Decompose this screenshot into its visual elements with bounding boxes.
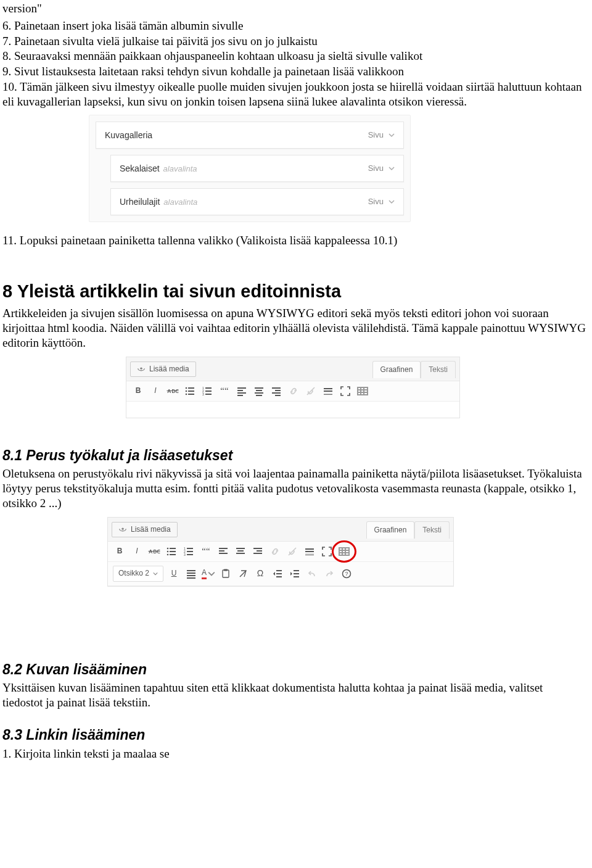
svg-rect-60 <box>187 577 195 579</box>
menu-item-row[interactable]: Urheilulajit alavalinta Sivu <box>110 188 404 215</box>
text-fragment: version" <box>2 1 586 16</box>
menu-item-row[interactable]: Sekalaiset alavalinta Sivu <box>110 155 404 182</box>
svg-text:3: 3 <box>202 392 204 396</box>
align-center-button[interactable] <box>234 545 247 558</box>
strike-button[interactable]: ᴀʙᴄ <box>147 545 161 558</box>
svg-rect-18 <box>256 390 262 391</box>
svg-rect-26 <box>324 388 332 389</box>
svg-rect-40 <box>187 551 193 552</box>
quote-button[interactable]: ““ <box>199 545 213 558</box>
list-item: 1. Kirjoita linkin teksti ja maalaa se <box>2 746 586 761</box>
svg-point-35 <box>167 553 169 555</box>
svg-rect-10 <box>205 391 212 392</box>
help-button[interactable]: ? <box>340 568 353 580</box>
bold-button[interactable]: B <box>131 385 145 397</box>
toolbar-toggle-button[interactable] <box>337 545 351 558</box>
unlink-button[interactable] <box>286 545 299 558</box>
format-select[interactable]: Otsikko 2 <box>113 566 163 582</box>
svg-rect-63 <box>276 570 282 571</box>
menu-item-type[interactable]: Sivu <box>368 130 395 140</box>
editor-canvas[interactable] <box>126 402 459 418</box>
strike-button[interactable]: ᴀʙᴄ <box>166 385 179 397</box>
svg-rect-50 <box>257 550 262 552</box>
type-label: Sivu <box>368 163 384 173</box>
tab-text[interactable]: Teksti <box>414 521 450 539</box>
unlink-button[interactable] <box>304 385 318 397</box>
menu-item-type[interactable]: Sivu <box>368 163 395 173</box>
special-char-button[interactable]: Ω <box>253 568 267 580</box>
svg-rect-28 <box>324 394 332 395</box>
toolbar-toggle-button[interactable] <box>356 385 369 397</box>
svg-rect-12 <box>205 394 212 395</box>
add-media-label: Lisää media <box>131 525 171 534</box>
italic-button[interactable]: I <box>130 545 144 558</box>
svg-rect-46 <box>236 548 245 549</box>
underline-button[interactable]: U <box>167 568 181 580</box>
svg-point-0 <box>140 367 142 370</box>
bold-button[interactable]: B <box>113 545 126 558</box>
tab-visual[interactable]: Graafinen <box>372 361 421 378</box>
editor-toolbar-row2: Otsikko 2 U A Ω ? <box>108 562 453 586</box>
svg-rect-55 <box>305 553 314 554</box>
indent-button[interactable] <box>288 568 302 580</box>
more-button[interactable] <box>303 545 316 558</box>
justify-button[interactable] <box>184 568 198 580</box>
menu-item-row[interactable]: Kuvagalleria Sivu <box>96 122 404 149</box>
svg-rect-64 <box>276 573 282 574</box>
add-media-button[interactable]: Lisää media <box>130 362 196 377</box>
align-left-button[interactable] <box>216 545 230 558</box>
svg-rect-21 <box>272 387 281 389</box>
add-media-button[interactable]: Lisää media <box>112 522 178 537</box>
svg-rect-24 <box>275 395 281 396</box>
ul-button[interactable] <box>183 385 197 397</box>
svg-rect-56 <box>305 555 314 555</box>
align-right-button[interactable] <box>269 385 283 397</box>
svg-rect-53 <box>305 548 314 550</box>
svg-rect-22 <box>275 390 281 391</box>
more-button[interactable] <box>321 385 335 397</box>
svg-rect-43 <box>219 548 228 549</box>
quote-button[interactable]: ““ <box>218 385 231 397</box>
list-item: 10. Tämän jälkeen sivu ilmestyy oikealle… <box>2 80 586 109</box>
ul-button[interactable] <box>165 545 178 558</box>
undo-button[interactable] <box>305 568 319 580</box>
menu-item-type[interactable]: Sivu <box>368 197 395 207</box>
svg-rect-66 <box>294 570 299 571</box>
svg-rect-4 <box>188 391 194 392</box>
svg-rect-14 <box>237 390 243 391</box>
ol-button[interactable]: 123 <box>182 545 195 558</box>
svg-rect-68 <box>294 576 299 577</box>
chevron-down-icon <box>153 571 158 576</box>
svg-rect-45 <box>219 553 228 554</box>
tab-visual[interactable]: Graafinen <box>366 521 415 539</box>
align-left-button[interactable] <box>235 385 249 397</box>
text-color-button[interactable]: A <box>202 568 215 580</box>
chevron-down-icon <box>388 165 395 172</box>
svg-rect-19 <box>255 392 263 394</box>
link-button[interactable] <box>287 385 300 397</box>
svg-point-5 <box>186 393 187 395</box>
add-media-label: Lisää media <box>149 365 189 374</box>
paste-text-button[interactable] <box>219 568 232 580</box>
svg-rect-44 <box>219 550 224 552</box>
link-button[interactable] <box>268 545 282 558</box>
chevron-down-icon <box>388 132 395 138</box>
fullscreen-button[interactable] <box>339 385 352 397</box>
media-icon <box>118 526 127 534</box>
svg-rect-57 <box>187 570 195 571</box>
align-center-button[interactable] <box>252 385 266 397</box>
italic-button[interactable]: I <box>149 385 162 397</box>
format-select-value: Otsikko 2 <box>118 569 149 578</box>
outdent-button[interactable] <box>271 568 284 580</box>
clear-format-button[interactable] <box>236 568 250 580</box>
list-item: 8. Seuraavaksi mennään paikkaan ohjauspa… <box>2 49 586 64</box>
ol-button[interactable]: 123 <box>200 385 214 397</box>
media-icon <box>137 365 146 374</box>
svg-rect-36 <box>170 554 176 555</box>
tab-text[interactable]: Teksti <box>421 361 456 378</box>
redo-button[interactable] <box>323 568 336 580</box>
svg-rect-61 <box>223 570 229 577</box>
svg-point-3 <box>186 390 187 392</box>
align-right-button[interactable] <box>251 545 265 558</box>
menu-items-panel: Kuvagalleria Sivu Sekalaiset alavalinta … <box>89 115 411 222</box>
